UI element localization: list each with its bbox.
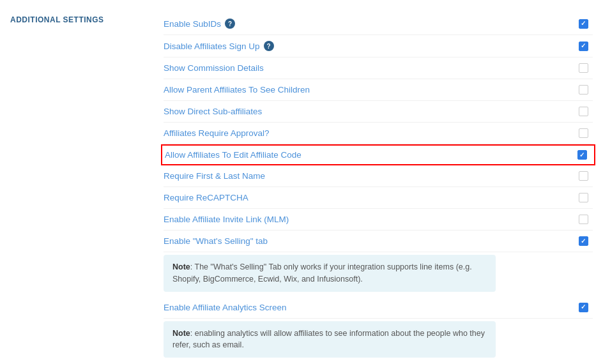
setting-row-allow-parent-affiliates: Allow Parent Affiliates To See Children bbox=[164, 79, 593, 101]
setting-label-enable-whats-selling-tab: Enable "What's Selling" tab bbox=[164, 236, 268, 246]
setting-text-enable-whats-selling-tab: Enable "What's Selling" tab bbox=[164, 236, 268, 246]
page-container: ADDITIONAL SETTINGS Enable SubIDs?Disabl… bbox=[0, 0, 603, 364]
setting-label-show-commission-details: Show Commission Details bbox=[164, 63, 264, 73]
checkbox-wrapper-enable-subids bbox=[574, 19, 593, 29]
setting-row-show-direct-sub-affiliates: Show Direct Sub-affiliates bbox=[164, 101, 593, 123]
note-box-enable-whats-selling-tab: Note: The "What's Selling" Tab only work… bbox=[164, 255, 496, 292]
setting-text-require-recaptcha: Require ReCAPTCHA bbox=[164, 193, 248, 202]
sidebar-title: ADDITIONAL SETTINGS bbox=[10, 15, 104, 24]
setting-row-disable-affiliates-signup: Disable Affiliates Sign Up? bbox=[164, 35, 593, 57]
checkbox-disable-affiliates-signup[interactable] bbox=[579, 42, 588, 51]
checkbox-wrapper-require-first-last-name bbox=[574, 171, 593, 181]
setting-label-enable-affiliate-analytics: Enable Affiliate Analytics Screen bbox=[164, 303, 287, 312]
setting-row-require-recaptcha: Require ReCAPTCHA bbox=[164, 187, 593, 209]
setting-label-allow-parent-affiliates: Allow Parent Affiliates To See Children bbox=[164, 85, 310, 95]
checkbox-wrapper-show-commission-details bbox=[574, 63, 593, 73]
note-label-enable-whats-selling-tab: Note bbox=[172, 262, 190, 271]
checkbox-wrapper-require-recaptcha bbox=[574, 193, 593, 202]
setting-text-affiliates-require-approval: Affiliates Require Approval? bbox=[164, 128, 270, 138]
checkbox-enable-affiliate-analytics[interactable] bbox=[579, 303, 588, 312]
checkbox-wrapper-allow-affiliates-edit-code bbox=[572, 150, 592, 160]
setting-row-enable-subids: Enable SubIDs? bbox=[164, 13, 593, 35]
setting-text-enable-affiliate-analytics: Enable Affiliate Analytics Screen bbox=[164, 303, 287, 312]
note-label-enable-affiliate-analytics: Note bbox=[172, 329, 190, 338]
setting-text-enable-subids: Enable SubIDs bbox=[164, 19, 221, 29]
checkbox-require-recaptcha[interactable] bbox=[579, 193, 588, 202]
setting-text-disable-affiliates-signup: Disable Affiliates Sign Up bbox=[164, 42, 260, 51]
checkbox-wrapper-disable-affiliates-signup bbox=[574, 42, 593, 51]
checkbox-allow-affiliates-edit-code[interactable] bbox=[577, 150, 587, 160]
setting-label-show-direct-sub-affiliates: Show Direct Sub-affiliates bbox=[164, 107, 262, 116]
setting-text-show-commission-details: Show Commission Details bbox=[164, 63, 264, 73]
checkbox-show-commission-details[interactable] bbox=[579, 63, 588, 73]
setting-label-require-first-last-name: Require First & Last Name bbox=[164, 171, 265, 181]
setting-label-affiliates-require-approval: Affiliates Require Approval? bbox=[164, 128, 270, 138]
setting-row-enable-whats-selling-tab: Enable "What's Selling" tab bbox=[164, 231, 593, 252]
help-icon-disable-affiliates-signup[interactable]: ? bbox=[264, 41, 274, 51]
checkbox-enable-affiliate-invite-link[interactable] bbox=[579, 215, 588, 224]
checkbox-show-direct-sub-affiliates[interactable] bbox=[579, 107, 588, 116]
setting-label-allow-affiliates-edit-code: Allow Affiliates To Edit Affiliate Code bbox=[165, 150, 302, 160]
checkbox-wrapper-enable-affiliate-analytics bbox=[574, 303, 593, 312]
setting-label-enable-affiliate-invite-link: Enable Affiliate Invite Link (MLM) bbox=[164, 215, 289, 224]
note-box-enable-affiliate-analytics: Note: enabling analytics will allow affi… bbox=[164, 321, 496, 358]
setting-text-allow-parent-affiliates: Allow Parent Affiliates To See Children bbox=[164, 85, 310, 95]
checkbox-wrapper-affiliates-require-approval bbox=[574, 128, 593, 138]
setting-label-require-recaptcha: Require ReCAPTCHA bbox=[164, 193, 248, 202]
setting-row-require-first-last-name: Require First & Last Name bbox=[164, 165, 593, 187]
checkbox-wrapper-enable-whats-selling-tab bbox=[574, 236, 593, 246]
checkbox-wrapper-enable-affiliate-invite-link bbox=[574, 215, 593, 224]
checkbox-wrapper-show-direct-sub-affiliates bbox=[574, 107, 593, 116]
checkbox-allow-parent-affiliates[interactable] bbox=[579, 85, 588, 95]
setting-label-disable-affiliates-signup: Disable Affiliates Sign Up? bbox=[164, 41, 274, 51]
settings-content: Enable SubIDs?Disable Affiliates Sign Up… bbox=[125, 13, 593, 363]
setting-text-allow-affiliates-edit-code: Allow Affiliates To Edit Affiliate Code bbox=[165, 150, 302, 160]
setting-text-show-direct-sub-affiliates: Show Direct Sub-affiliates bbox=[164, 107, 262, 116]
checkbox-wrapper-allow-parent-affiliates bbox=[574, 85, 593, 95]
sidebar: ADDITIONAL SETTINGS bbox=[10, 13, 125, 363]
setting-text-enable-affiliate-invite-link: Enable Affiliate Invite Link (MLM) bbox=[164, 215, 289, 224]
help-icon-enable-subids[interactable]: ? bbox=[225, 19, 235, 29]
setting-row-allow-affiliates-edit-code: Allow Affiliates To Edit Affiliate Code bbox=[161, 144, 595, 165]
checkbox-enable-subids[interactable] bbox=[579, 19, 588, 29]
setting-row-show-commission-details: Show Commission Details bbox=[164, 57, 593, 79]
checkbox-enable-whats-selling-tab[interactable] bbox=[579, 236, 588, 246]
setting-text-require-first-last-name: Require First & Last Name bbox=[164, 171, 265, 181]
setting-row-enable-affiliate-invite-link: Enable Affiliate Invite Link (MLM) bbox=[164, 209, 593, 231]
checkbox-require-first-last-name[interactable] bbox=[579, 171, 588, 181]
setting-row-affiliates-require-approval: Affiliates Require Approval? bbox=[164, 123, 593, 144]
setting-row-enable-affiliate-analytics: Enable Affiliate Analytics Screen bbox=[164, 297, 593, 319]
setting-label-enable-subids: Enable SubIDs? bbox=[164, 19, 235, 29]
checkbox-affiliates-require-approval[interactable] bbox=[579, 128, 588, 138]
